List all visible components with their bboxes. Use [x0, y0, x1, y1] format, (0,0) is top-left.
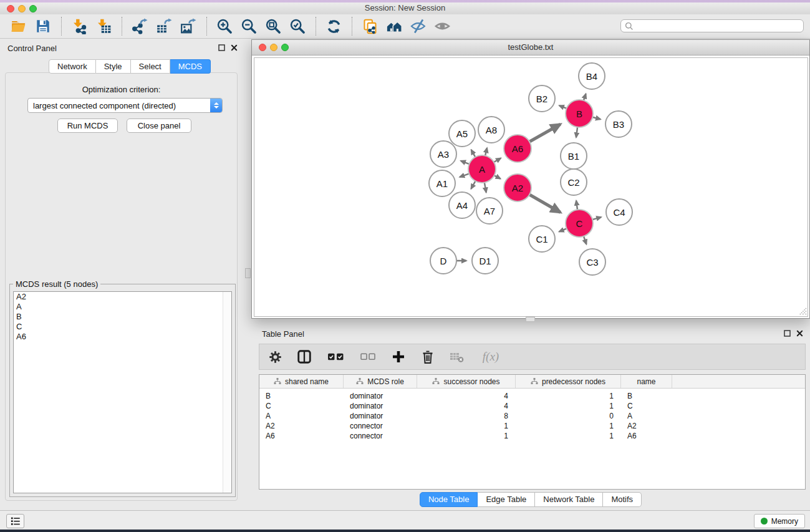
- status-bar: Memory: [0, 510, 810, 530]
- node-table[interactable]: shared name MCDS role successor nodes pr…: [259, 374, 806, 490]
- table-row[interactable]: A dominator 8 0 A: [259, 411, 805, 421]
- horizontal-splitter-handle[interactable]: [526, 317, 535, 322]
- column-settings-gear-icon[interactable]: [267, 349, 283, 365]
- hide-selected-eye-icon[interactable]: [410, 17, 427, 35]
- add-column-icon[interactable]: [390, 349, 407, 365]
- graph-node-A1[interactable]: A1: [428, 170, 456, 197]
- tab-edge-table[interactable]: Edge Table: [478, 492, 535, 507]
- tab-network[interactable]: Network: [49, 59, 96, 74]
- import-table-icon[interactable]: [95, 17, 112, 35]
- close-panel-icon[interactable]: [231, 44, 238, 51]
- tab-motifs[interactable]: Motifs: [603, 492, 642, 507]
- search-field[interactable]: [620, 19, 804, 32]
- result-list-item[interactable]: C: [14, 322, 231, 332]
- column-header-filler: [672, 375, 805, 388]
- export-image-icon[interactable]: [180, 17, 197, 35]
- table-cell: A: [621, 412, 672, 420]
- graph-node-C4[interactable]: C4: [605, 198, 633, 226]
- run-mcds-button[interactable]: Run MCDS: [57, 118, 118, 133]
- table-row[interactable]: A6 connector 1 1 A6: [259, 431, 805, 441]
- export-network-icon[interactable]: [131, 17, 148, 35]
- tab-style[interactable]: Style: [96, 59, 131, 74]
- column-header-shared-name[interactable]: shared name: [259, 375, 344, 388]
- table-cell: A2: [259, 422, 344, 430]
- column-header-successor-nodes[interactable]: successor nodes: [417, 375, 516, 388]
- tab-mcds[interactable]: MCDS: [170, 59, 211, 74]
- show-all-eye-icon[interactable]: [434, 17, 451, 35]
- delete-table-icon[interactable]: [449, 349, 465, 365]
- table-row[interactable]: A2 connector 1 1 A2: [259, 421, 805, 431]
- column-header-mcds-role[interactable]: MCDS role: [344, 375, 417, 388]
- column-header-name[interactable]: name: [621, 375, 672, 388]
- result-list-scrollbar[interactable]: [223, 292, 231, 493]
- graph-node-D1[interactable]: D1: [471, 247, 499, 274]
- graph-node-B4[interactable]: B4: [578, 62, 605, 90]
- result-list-item[interactable]: A6: [14, 332, 231, 342]
- main-toolbar: [0, 14, 810, 39]
- graph-node-A2[interactable]: A2: [503, 173, 532, 202]
- desktop-background-bottom: [0, 530, 810, 532]
- graph-node-A5[interactable]: A5: [448, 120, 476, 147]
- graph-node-B3[interactable]: B3: [605, 110, 632, 138]
- close-table-panel-icon[interactable]: [796, 330, 803, 337]
- table-row[interactable]: B dominator 4 1 B: [259, 391, 805, 401]
- graph-node-A7[interactable]: A7: [476, 197, 503, 225]
- tab-node-table[interactable]: Node Table: [420, 492, 478, 507]
- first-neighbors-icon[interactable]: [385, 17, 403, 35]
- network-window-title-bar[interactable]: testGlobe.txt: [252, 40, 809, 56]
- search-input[interactable]: [634, 21, 803, 31]
- graph-node-C[interactable]: C: [565, 209, 594, 238]
- graph-node-A4[interactable]: A4: [448, 191, 476, 219]
- select-all-columns-icon[interactable]: [325, 349, 345, 365]
- graph-node-C2[interactable]: C2: [560, 168, 587, 196]
- show-column-selector-icon[interactable]: [296, 349, 312, 365]
- float-panel-icon[interactable]: [218, 44, 225, 51]
- graph-node-A8[interactable]: A8: [478, 116, 505, 143]
- result-list-item[interactable]: B: [14, 312, 231, 322]
- graph-node-D[interactable]: D: [430, 247, 457, 274]
- export-table-icon[interactable]: [155, 17, 173, 35]
- graph-node-A3[interactable]: A3: [430, 140, 457, 168]
- zoom-in-icon[interactable]: [216, 17, 233, 35]
- open-file-icon[interactable]: [10, 17, 27, 35]
- memory-button[interactable]: Memory: [754, 514, 805, 528]
- save-session-icon[interactable]: [34, 17, 52, 35]
- graph-node-C1[interactable]: C1: [528, 225, 556, 253]
- resize-grip-icon[interactable]: [798, 307, 807, 316]
- graph-node-B1[interactable]: B1: [560, 142, 587, 170]
- dropdown-stepper-icon: [210, 99, 222, 112]
- result-list-item[interactable]: A: [14, 302, 231, 312]
- refresh-layout-icon[interactable]: [325, 17, 342, 35]
- tab-network-table[interactable]: Network Table: [535, 492, 603, 507]
- table-cell: connector: [344, 422, 417, 430]
- graph-node-A6[interactable]: A6: [503, 134, 532, 163]
- close-panel-button[interactable]: Close panel: [127, 118, 191, 133]
- column-label: predecessor nodes: [542, 377, 605, 386]
- unselect-all-columns-icon[interactable]: [359, 349, 377, 365]
- import-network-icon[interactable]: [70, 17, 88, 35]
- graph-node-A[interactable]: A: [468, 155, 496, 183]
- criterion-dropdown[interactable]: largest connected component (directed): [27, 98, 223, 113]
- task-history-button[interactable]: [6, 514, 24, 528]
- graph-node-C3[interactable]: C3: [579, 248, 606, 276]
- graph-node-B2[interactable]: B2: [528, 85, 556, 112]
- vertical-splitter-handle[interactable]: [245, 268, 251, 278]
- function-builder-icon[interactable]: f(x): [478, 349, 503, 365]
- duplicate-network-icon[interactable]: [361, 17, 378, 35]
- zoom-selected-icon[interactable]: [289, 17, 306, 35]
- table-cell: A6: [621, 432, 672, 440]
- column-type-icon: [531, 378, 538, 385]
- zoom-out-icon[interactable]: [240, 17, 258, 35]
- graph-canvas[interactable]: B4B2BB3A8A5A6A3B1AC2A1A2A4A7C4CC1C3DD1: [254, 57, 808, 317]
- tab-select[interactable]: Select: [131, 59, 170, 74]
- optimization-criterion-label: Optimization criterion:: [6, 85, 237, 94]
- result-list-item[interactable]: A2: [14, 292, 231, 302]
- column-header-predecessor-nodes[interactable]: predecessor nodes: [516, 375, 621, 388]
- control-panel-header: Control Panel: [0, 39, 244, 56]
- mcds-result-list[interactable]: A2 A B C A6: [13, 291, 232, 493]
- zoom-fit-icon[interactable]: [264, 17, 282, 35]
- delete-column-trash-icon[interactable]: [420, 349, 436, 365]
- graph-node-B[interactable]: B: [565, 99, 594, 128]
- float-table-panel-icon[interactable]: [784, 330, 791, 337]
- table-row[interactable]: C dominator 4 1 C: [259, 401, 805, 411]
